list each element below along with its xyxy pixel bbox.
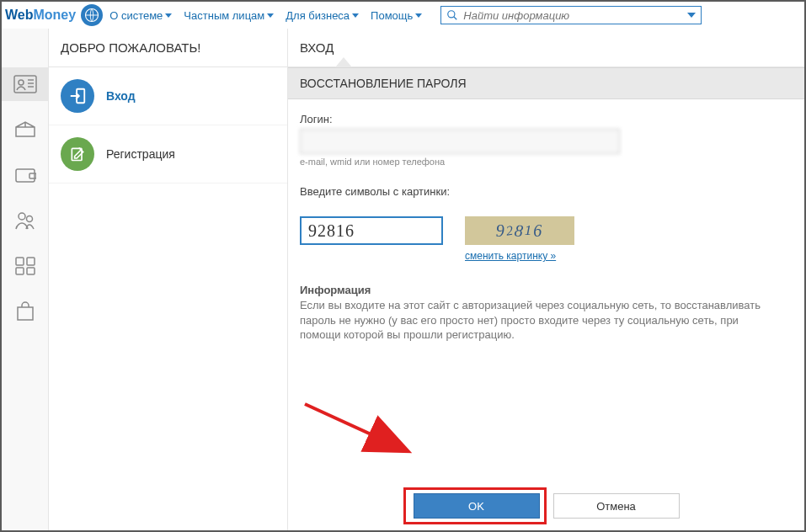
sidebar-item-login[interactable]: Вход — [49, 67, 287, 125]
annotation-arrow — [296, 396, 701, 497]
svg-point-10 — [19, 213, 25, 220]
svg-rect-15 — [27, 268, 35, 274]
search-input[interactable] — [458, 9, 687, 22]
svg-line-2 — [454, 17, 457, 20]
sidebar-icon-apps[interactable] — [2, 249, 49, 283]
sidebar-item-label: Регистрация — [106, 147, 175, 161]
chevron-down-icon — [165, 13, 172, 18]
captcha-input[interactable] — [300, 216, 443, 245]
sidebar-icon-profile[interactable] — [2, 67, 49, 101]
panel-title: ВОССТАНОВЛЕНИЕ ПАРОЛЯ — [288, 67, 804, 99]
icon-sidebar — [2, 29, 49, 530]
svg-rect-14 — [16, 268, 24, 274]
captcha-label: Введите символы с картинки: — [300, 185, 793, 198]
form-area: Логин: e-mail, wmid или номер телефона В… — [288, 99, 804, 530]
svg-point-1 — [448, 11, 455, 18]
info-title: Информация — [300, 284, 780, 296]
nav-links: О системе Частным лицам Для бизнеса Помо… — [109, 9, 422, 22]
captcha-image: 92816 — [465, 216, 574, 245]
sidebar-icon-box[interactable] — [2, 113, 49, 146]
cancel-button[interactable]: Отмена — [553, 493, 680, 519]
button-bar: OK Отмена — [288, 493, 804, 519]
nav-help[interactable]: Помощь — [371, 9, 422, 22]
chevron-down-icon[interactable] — [687, 13, 696, 18]
info-text: Если вы входите на этот сайт с авторизац… — [300, 298, 780, 343]
sidebar-icon-wallet[interactable] — [2, 158, 49, 192]
svg-rect-12 — [16, 258, 24, 265]
nav-about[interactable]: О системе — [109, 9, 172, 22]
sidebar-item-register[interactable]: Регистрация — [49, 125, 287, 184]
chevron-down-icon — [352, 13, 359, 18]
nav-personal[interactable]: Частным лицам — [184, 9, 274, 22]
chevron-down-icon — [415, 13, 422, 18]
chevron-down-icon — [267, 13, 274, 18]
login-label: Логин: — [300, 113, 793, 125]
top-nav: WebMoney О системе Частным лицам Для биз… — [2, 2, 804, 29]
register-icon — [61, 137, 94, 171]
svg-rect-9 — [29, 173, 36, 178]
welcome-title: ДОБРО ПОЖАЛОВАТЬ! — [49, 29, 287, 67]
change-captcha-link[interactable]: сменить картинку » — [465, 250, 574, 262]
tab-pointer — [335, 57, 352, 67]
login-input[interactable] — [300, 129, 620, 154]
logo-text: WebMoney — [5, 8, 76, 23]
globe-icon — [81, 4, 103, 26]
logo[interactable]: WebMoney — [5, 4, 103, 26]
sidebar-icon-users[interactable] — [2, 204, 49, 237]
svg-rect-13 — [27, 258, 35, 265]
svg-rect-8 — [16, 169, 35, 182]
svg-point-4 — [19, 80, 24, 85]
main-title: ВХОД — [288, 29, 804, 67]
nav-business[interactable]: Для бизнеса — [286, 9, 359, 22]
sidebar-item-label: Вход — [106, 89, 136, 103]
login-icon — [61, 79, 94, 113]
svg-point-11 — [26, 216, 32, 222]
login-hint: e-mail, wmid или номер телефона — [300, 157, 793, 167]
svg-line-20 — [305, 404, 406, 450]
sidebar-icon-bag[interactable] — [2, 295, 49, 328]
ok-button[interactable]: OK — [414, 493, 540, 519]
main-column: ВХОД ВОССТАНОВЛЕНИЕ ПАРОЛЯ Логин: e-mail… — [287, 29, 804, 530]
svg-rect-16 — [18, 307, 33, 320]
left-column: ДОБРО ПОЖАЛОВАТЬ! Вход Регистрация — [49, 29, 287, 530]
search-box[interactable] — [440, 6, 702, 24]
search-icon — [446, 9, 458, 21]
